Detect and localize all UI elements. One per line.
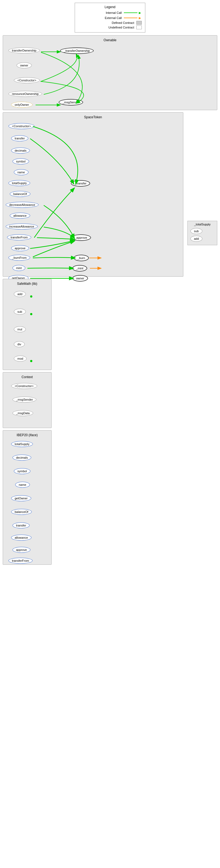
- ibep-name-label: name: [15, 482, 30, 488]
- safemath-layout: add sub mul div mod: [6, 288, 49, 367]
- st-decimals: decimals: [11, 148, 30, 154]
- legend-external-label: External Call: [86, 16, 122, 20]
- legend-defined-rect: [136, 21, 142, 25]
- context-title: Context: [6, 375, 49, 379]
- st-constructor-label: <Constructor>: [8, 123, 34, 129]
- st-internal-approve: _approve: [71, 235, 91, 241]
- st-internal-owner-label: owner: [72, 275, 88, 282]
- ownable-diagram: transferOwnership _transferOwnership own…: [6, 45, 214, 107]
- st-internal-burn-label: _burn: [74, 255, 89, 261]
- st-internal-burn: _burn: [74, 255, 89, 261]
- sm-sub-label: sub: [14, 309, 26, 315]
- ibep-totalsupply-label: totalSupply: [11, 441, 33, 447]
- sm-div-label: div: [14, 341, 25, 347]
- st-transfer: transfer: [11, 135, 28, 141]
- sm-sub: sub: [14, 309, 26, 315]
- ibep-transferfrom: transferFrom: [8, 558, 33, 564]
- totalsupply-add-node: add: [190, 236, 214, 242]
- context-layout: <Constructor> _msgSender _msgData: [6, 382, 49, 425]
- ctx-msgsender: _msgSender: [12, 397, 36, 403]
- ibep-getowner: getOwner: [11, 495, 31, 501]
- st-symbol-label: symbol: [12, 158, 29, 164]
- transfer-ownership-internal-label: _transferOwnership: [60, 48, 94, 54]
- legend-undefined-label: Undefined Contract: [99, 26, 134, 29]
- st-increaseallowance-label: increaseAllowance: [6, 223, 38, 229]
- constructor-label: <Constructor>: [14, 77, 40, 83]
- ibep-transferfrom-label: transferFrom: [8, 558, 33, 564]
- legend-box: Legend Internal Call ► External Call ► D…: [75, 3, 145, 33]
- msgsender-label: _msgSender: [59, 99, 83, 105]
- st-allowance: allowance: [10, 213, 30, 219]
- legend-item-defined: Defined Contract: [78, 21, 142, 25]
- sm-mul-label: mul: [14, 326, 26, 332]
- totalsupply-sub-label: sub: [190, 228, 202, 234]
- st-allowance-label: allowance: [10, 213, 30, 219]
- sm-add-label: add: [14, 291, 26, 297]
- legend-title: Legend: [78, 5, 142, 9]
- ibep-decimals: decimals: [12, 455, 31, 461]
- st-name-label: name: [14, 169, 29, 175]
- st-approve: approve: [11, 245, 29, 251]
- st-decimals-label: decimals: [11, 148, 30, 154]
- st-mint: mint: [12, 265, 25, 271]
- ownable-node-onlyowner: onlyOwner: [11, 102, 33, 108]
- transferownership-label: transferOwnership: [8, 48, 40, 54]
- legend-defined-label: Defined Contract: [99, 21, 134, 24]
- legend-undefined-rect: [136, 26, 142, 29]
- ibep-symbol: symbol: [14, 468, 30, 474]
- ctx-msgdata: _msgData: [12, 410, 33, 416]
- legend-item-internal: Internal Call ►: [78, 10, 142, 15]
- ibep-balanceof: balanceOf: [11, 509, 32, 515]
- st-internal-mint: _mint: [72, 265, 87, 272]
- sm-mul: mul: [14, 326, 26, 332]
- ibep-approve: approve: [12, 547, 30, 553]
- ibep-approve-label: approve: [12, 547, 30, 553]
- totalsupply-box: _totalSupply sub add: [187, 221, 217, 245]
- spacetoken-diagram: <Constructor> transfer decimals symbol n…: [6, 122, 180, 274]
- sm-add: add: [14, 291, 26, 297]
- st-internal-transfer-label: _transfer: [71, 180, 90, 187]
- legend-item-external: External Call ►: [78, 16, 142, 20]
- sm-sub-dot: [30, 313, 32, 315]
- st-transfer-label: transfer: [11, 135, 28, 141]
- context-section: Context <Constructor> _msgSender _msgDat…: [3, 372, 52, 428]
- ownable-node-renounce: renounceOwnership: [8, 91, 42, 97]
- ctx-msgsender-label: _msgSender: [12, 397, 36, 403]
- st-internal-transfer: _transfer: [71, 180, 90, 187]
- st-internal-owner: owner: [72, 275, 88, 282]
- st-decreaseallowance-label: decreaseAllowance: [6, 202, 38, 208]
- st-name: name: [14, 169, 29, 175]
- totalsupply-box-title: _totalSupply: [190, 223, 214, 226]
- st-constructor: <Constructor>: [8, 123, 34, 129]
- renounce-label: renounceOwnership: [8, 91, 42, 97]
- st-increaseallowance: increaseAllowance: [6, 223, 38, 229]
- ctx-constructor: <Constructor>: [11, 383, 37, 389]
- st-transferfrom-label: transferFrom: [7, 235, 31, 240]
- ibep-transfer: transfer: [12, 522, 30, 528]
- ibep-totalsupply: totalSupply: [11, 441, 33, 447]
- legend-internal-line: [124, 12, 137, 13]
- legend-external-line: [124, 18, 137, 18]
- st-internal-approve-label: _approve: [71, 235, 91, 241]
- spacetoken-wrapper: SpaceToken <Constructor> transfer decima…: [1, 112, 219, 277]
- ctx-constructor-label: <Constructor>: [11, 383, 37, 389]
- sm-div: div: [14, 341, 25, 347]
- st-balanceof-label: balanceOf: [10, 191, 30, 197]
- ownable-title: Ownable: [6, 38, 214, 42]
- st-burnfrom-label: _burnFrom: [8, 255, 30, 261]
- ibep-symbol-label: symbol: [14, 468, 30, 474]
- st-transferfrom: transferFrom: [7, 235, 31, 240]
- ibep-balanceof-label: balanceOf: [11, 509, 32, 515]
- owner-label: owner: [17, 62, 32, 68]
- st-symbol: symbol: [12, 158, 29, 164]
- ownable-node-transferownership: transferOwnership: [8, 48, 40, 54]
- ctx-msgdata-label: _msgData: [12, 410, 33, 416]
- st-burnfrom: _burnFrom: [8, 255, 30, 261]
- onlyowner-label: onlyOwner: [11, 102, 33, 108]
- ibep-name: name: [15, 482, 30, 488]
- safemath-title: SafeMath (lib): [6, 282, 49, 286]
- ownable-section: Ownable transferOwnership _transferOwner…: [3, 35, 217, 110]
- sm-mod: mod: [14, 355, 27, 362]
- ibep20-title: IBEP20 (iface): [6, 433, 49, 437]
- legend-external-arrow: ►: [138, 16, 142, 20]
